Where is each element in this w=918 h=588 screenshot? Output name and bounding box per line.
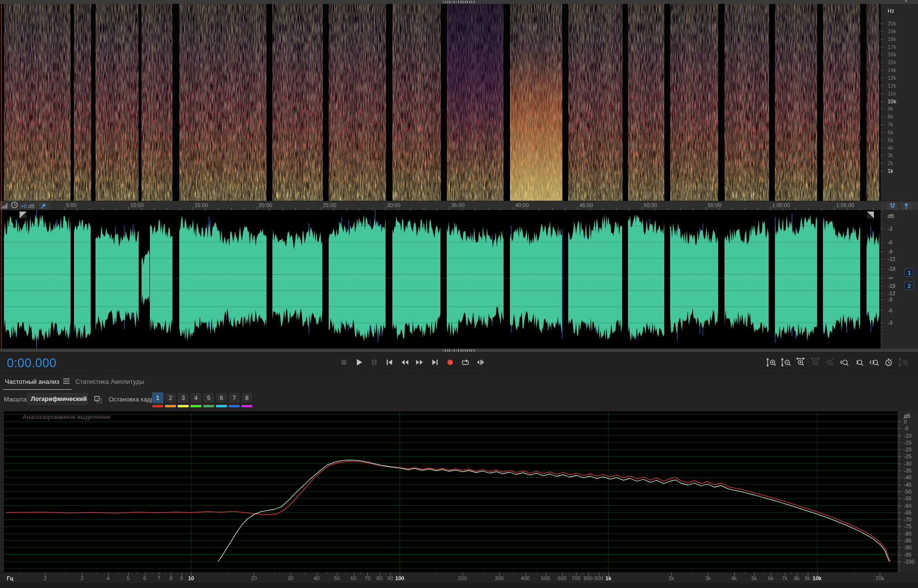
fast-forward-icon — [415, 357, 425, 370]
zoom-out-horizontal-icon — [810, 357, 820, 370]
fade-out-handle[interactable] — [867, 212, 874, 218]
chart-frequency-minor-tick — [327, 572, 328, 574]
channel-badge-2[interactable]: 2 — [904, 282, 914, 290]
frequency-label: 16k — [888, 51, 896, 57]
panel-divider-middle[interactable] — [0, 349, 918, 352]
clock-icon[interactable] — [11, 201, 18, 211]
pause-button[interactable] — [367, 356, 381, 370]
stop-button[interactable] — [337, 356, 351, 370]
skip-end-icon — [430, 357, 440, 370]
chart-db-tick — [898, 477, 901, 478]
zoom-in-vertical-button[interactable] — [764, 356, 778, 370]
chart-db-label: -100 — [904, 559, 915, 564]
hold-frame-1: 1 — [152, 392, 164, 407]
fast-forward-button[interactable] — [413, 356, 427, 370]
zoom-out-point-icon — [854, 357, 864, 370]
chart-db-ruler[interactable]: дБ 0-5-10-15-20-25-30-35-40-45-50-55-60-… — [897, 411, 918, 572]
waveform-view[interactable] — [0, 210, 880, 349]
frequency-label: 4k — [888, 145, 894, 151]
marker-button[interactable] — [901, 202, 912, 210]
frequency-label: 2k — [888, 160, 894, 166]
chart-frequency-label: 50 — [334, 575, 340, 581]
zoom-in-horizontal-button[interactable] — [794, 356, 807, 370]
timeline-time-label: 15:00 — [194, 202, 208, 208]
chart-frequency-label: 8k — [794, 575, 800, 581]
scale-select[interactable]: Логарифмический — [27, 393, 88, 405]
hold-frame-button-3[interactable]: 3 — [177, 392, 189, 403]
hold-frame-button-2[interactable]: 2 — [165, 392, 176, 403]
playhead[interactable] — [1, 4, 1, 349]
panel-menu-icon[interactable] — [63, 378, 70, 385]
hold-frame-button-6[interactable]: 6 — [216, 392, 227, 403]
skip-end-button[interactable] — [428, 356, 442, 370]
zoom-vertical-scale-button[interactable] — [896, 356, 910, 370]
hold-frame-button-8[interactable]: 8 — [241, 392, 253, 403]
skip-selection-button[interactable] — [474, 356, 487, 370]
frequency-label: 19k — [888, 28, 896, 34]
chart-db-label: -20 — [904, 447, 912, 452]
zoom-out-vertical-button[interactable] — [779, 356, 793, 370]
panel-divider-top[interactable]: ▾ — [0, 0, 918, 4]
chart-plot-area[interactable]: Анализированное выделение — [4, 411, 897, 572]
snap-button[interactable] — [887, 202, 898, 210]
spectrogram-gap — [664, 4, 670, 201]
spectrogram-view[interactable] — [0, 4, 880, 201]
record-button[interactable] — [443, 356, 457, 370]
chart-db-tick — [898, 519, 901, 520]
hold-frame-button-4[interactable]: 4 — [190, 392, 202, 403]
timeline-ruler[interactable]: +0 dB 5:0010:0015:0020:0025:0030:0035:00… — [0, 201, 918, 211]
scroll-arrow-icon[interactable]: ▾ — [905, 0, 907, 3]
hold-frame-button-1[interactable]: 1 — [152, 392, 164, 403]
chart-db-tick — [898, 443, 901, 443]
grip-handle-icon[interactable] — [443, 1, 475, 3]
hold-frame-7: 7 — [228, 392, 240, 407]
spectrogram-gap — [623, 4, 628, 201]
amplitude-tick — [881, 269, 883, 269]
copy-frame-button[interactable] — [92, 394, 104, 405]
chart-frequency-label: 2 — [44, 575, 47, 581]
chart-db-label: -65 — [904, 510, 912, 516]
hold-frame-button-7[interactable]: 7 — [228, 392, 240, 403]
level-meter-icon[interactable] — [2, 202, 8, 211]
amplitude-ruler[interactable]: dB -3-6-9-12-18-∞-18-12-9-6-312 — [880, 210, 918, 349]
chart-db-label: 0 — [904, 419, 907, 424]
chart-frequency-label: 200 — [458, 575, 467, 581]
copy-frame-icon — [94, 396, 102, 403]
zoom-out-point-button[interactable] — [852, 356, 866, 370]
frequency-label: 18k — [888, 36, 896, 42]
chart-frequency-minor-tick — [176, 572, 177, 574]
grip-handle-icon[interactable] — [443, 349, 475, 352]
play-button[interactable] — [352, 356, 366, 370]
zoom-reset-button[interactable] — [823, 356, 837, 370]
chart-frequency-ruler[interactable]: Гц 2345678910203040506070809010020030040… — [0, 572, 897, 583]
timed-record-button[interactable] — [882, 356, 895, 370]
skip-start-button[interactable] — [383, 356, 396, 370]
time-display[interactable]: 0:00.000 — [7, 353, 56, 374]
zoom-in-point-button[interactable] — [838, 356, 851, 370]
frequency-label: 12k — [888, 83, 896, 89]
zoom-out-horizontal-button[interactable] — [808, 356, 822, 370]
chart-frequency-label: 8 — [169, 575, 172, 581]
tab-amplitude-statistics[interactable]: Статистика Амплитуды — [73, 374, 146, 389]
zoom-selection-button[interactable] — [867, 356, 881, 370]
pin-button[interactable] — [38, 202, 48, 210]
fade-in-handle[interactable] — [20, 212, 26, 218]
chart-frequency-minor-tick — [692, 572, 692, 574]
chart-frequency-minor-tick — [536, 572, 536, 574]
chart-frequency-label: 7 — [157, 575, 160, 581]
spectrogram-gap — [860, 4, 867, 201]
tab-frequency-analysis[interactable]: Частотный анализ — [3, 374, 72, 390]
hold-frame-button-5[interactable]: 5 — [203, 392, 215, 403]
zoom-in-horizontal-icon — [796, 357, 805, 370]
frequency-ruler[interactable]: Hz 20k19k18k17k16k15k14k13k12k11k10k9k8k… — [880, 4, 918, 201]
chart-frequency-label: 800 — [584, 575, 593, 581]
loop-playback-button[interactable] — [459, 356, 472, 370]
spectrogram-gap — [71, 4, 74, 201]
chart-frequency-minor-tick — [187, 572, 187, 574]
rewind-button[interactable] — [398, 356, 411, 370]
heal-amount-label[interactable]: +0 dB — [21, 203, 35, 209]
zoom-vertical-scale-icon — [898, 357, 908, 370]
amplitude-tick — [881, 242, 883, 243]
chart-frequency-minor-tick — [19, 572, 20, 574]
channel-badge-1[interactable]: 1 — [904, 268, 914, 277]
